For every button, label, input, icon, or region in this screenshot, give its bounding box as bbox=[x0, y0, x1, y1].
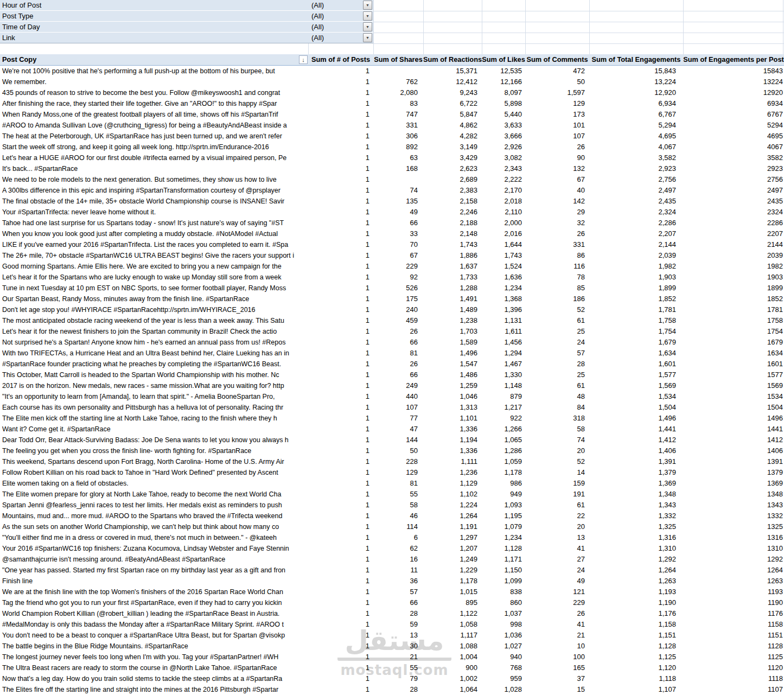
sum-of-shares-cell[interactable]: 55 bbox=[373, 662, 423, 673]
sum-of-likes-cell[interactable]: 1,636 bbox=[482, 272, 525, 283]
sum-of-reactions-cell[interactable]: 4,282 bbox=[423, 131, 482, 142]
filter-value[interactable]: (All) bbox=[311, 22, 361, 32]
sum-of-reactions-cell[interactable]: 2,689 bbox=[423, 174, 482, 185]
sum-of-total-engagements-cell[interactable]: 1,263 bbox=[589, 576, 683, 586]
sum-of-engagements-per-post-cell[interactable]: 1343 bbox=[683, 500, 784, 511]
sum-of-likes-cell[interactable]: 1,644 bbox=[482, 239, 525, 250]
sum-of-engagements-per-post-cell[interactable]: 1406 bbox=[683, 445, 784, 456]
post-copy-cell[interactable]: #AROO to Amanda Sullivan Love (@cruthcin… bbox=[0, 120, 308, 131]
sum-of-posts-cell[interactable]: 1 bbox=[308, 662, 373, 673]
sum-of-total-engagements-cell[interactable]: 12,920 bbox=[589, 87, 683, 98]
column-header-sum-of-posts[interactable]: Sum of # of Posts bbox=[308, 54, 373, 65]
sum-of-reactions-cell[interactable]: 3,149 bbox=[423, 142, 482, 152]
sum-of-posts-cell[interactable]: 1 bbox=[308, 294, 373, 304]
sum-of-reactions-cell[interactable]: 3,429 bbox=[423, 152, 482, 163]
post-copy-cell[interactable]: LIKE if you've earned your 2016 #Spartan… bbox=[0, 239, 308, 250]
sum-of-total-engagements-cell[interactable]: 1,534 bbox=[589, 391, 683, 402]
filter-value[interactable]: (All) bbox=[311, 11, 361, 21]
sum-of-comments-cell[interactable]: 121 bbox=[525, 586, 589, 597]
sum-of-engagements-per-post-cell[interactable]: 1577 bbox=[683, 369, 784, 380]
sum-of-engagements-per-post-cell[interactable]: 12920 bbox=[683, 87, 784, 98]
sum-of-posts-cell[interactable]: 1 bbox=[308, 87, 373, 98]
post-copy-cell[interactable]: 435 pounds of reason to strive to become… bbox=[0, 87, 308, 98]
sum-of-posts-cell[interactable]: 1 bbox=[308, 500, 373, 511]
sum-of-posts-cell[interactable]: 1 bbox=[308, 576, 373, 586]
sum-of-shares-cell[interactable]: 66 bbox=[373, 337, 423, 348]
sum-of-likes-cell[interactable]: 12,535 bbox=[482, 66, 525, 76]
sum-of-engagements-per-post-cell[interactable]: 1151 bbox=[683, 630, 784, 641]
sum-of-engagements-per-post-cell[interactable]: 1190 bbox=[683, 597, 784, 608]
sum-of-comments-cell[interactable]: 142 bbox=[525, 196, 589, 207]
sum-of-posts-cell[interactable]: 1 bbox=[308, 369, 373, 380]
sum-of-reactions-cell[interactable]: 5,847 bbox=[423, 109, 482, 120]
post-copy-cell[interactable]: Good morning Spartans. Amie Ellis here. … bbox=[0, 261, 308, 272]
sum-of-posts-cell[interactable]: 1 bbox=[308, 652, 373, 662]
post-copy-cell[interactable]: We're not 100% positive that he's perfor… bbox=[0, 66, 308, 76]
sum-of-total-engagements-cell[interactable]: 1,369 bbox=[589, 478, 683, 489]
sum-of-likes-cell[interactable]: 1,524 bbox=[482, 261, 525, 272]
sum-of-total-engagements-cell[interactable]: 1,292 bbox=[589, 554, 683, 565]
sum-of-likes-cell[interactable]: 1,195 bbox=[482, 511, 525, 521]
sum-of-reactions-cell[interactable]: 1,207 bbox=[423, 543, 482, 554]
filter-value[interactable]: (All) bbox=[311, 0, 361, 10]
sum-of-comments-cell[interactable]: 101 bbox=[525, 120, 589, 131]
sum-of-total-engagements-cell[interactable]: 1,151 bbox=[589, 630, 683, 641]
sum-of-total-engagements-cell[interactable]: 2,756 bbox=[589, 174, 683, 185]
sum-of-total-engagements-cell[interactable]: 1,125 bbox=[589, 652, 683, 662]
sum-of-shares-cell[interactable]: 92 bbox=[373, 272, 423, 283]
sum-of-shares-cell[interactable]: 77 bbox=[373, 413, 423, 424]
sum-of-likes-cell[interactable]: 1,027 bbox=[482, 641, 525, 652]
sum-of-engagements-per-post-cell[interactable]: 1412 bbox=[683, 435, 784, 445]
sum-of-posts-cell[interactable]: 1 bbox=[308, 630, 373, 641]
column-header-sum-of-total-engagements[interactable]: Sum of Total Engagements bbox=[589, 54, 683, 65]
sum-of-reactions-cell[interactable]: 1,491 bbox=[423, 294, 482, 304]
sum-of-shares-cell[interactable]: 83 bbox=[373, 98, 423, 109]
sum-of-posts-cell[interactable]: 1 bbox=[308, 424, 373, 435]
sum-of-shares-cell[interactable]: 306 bbox=[373, 131, 423, 142]
sum-of-engagements-per-post-cell[interactable]: 2756 bbox=[683, 174, 784, 185]
post-copy-cell[interactable]: Want it? Come get it. #SpartanRace bbox=[0, 424, 308, 435]
sum-of-comments-cell[interactable]: 28 bbox=[525, 359, 589, 369]
sum-of-reactions-cell[interactable]: 900 bbox=[423, 662, 482, 673]
column-header-sum-of-comments[interactable]: Sum of Comments bbox=[525, 54, 589, 65]
sum-of-shares-cell[interactable]: 66 bbox=[373, 218, 423, 228]
sum-of-total-engagements-cell[interactable]: 1,577 bbox=[589, 369, 683, 380]
sum-of-engagements-per-post-cell[interactable]: 1496 bbox=[683, 413, 784, 424]
sum-of-reactions-cell[interactable]: 1,703 bbox=[423, 326, 482, 337]
sum-of-total-engagements-cell[interactable]: 1,406 bbox=[589, 445, 683, 456]
post-copy-cell[interactable]: With two TRIFECTAs, a Hurricane Heat and… bbox=[0, 348, 308, 359]
sum-of-likes-cell[interactable]: 1,079 bbox=[482, 521, 525, 532]
sum-of-posts-cell[interactable]: 1 bbox=[308, 511, 373, 521]
sum-of-comments-cell[interactable]: 472 bbox=[525, 66, 589, 76]
sum-of-posts-cell[interactable]: 1 bbox=[308, 142, 373, 152]
sum-of-engagements-per-post-cell[interactable]: 1758 bbox=[683, 315, 784, 326]
sum-of-shares-cell[interactable]: 59 bbox=[373, 619, 423, 630]
sum-of-likes-cell[interactable]: 1,217 bbox=[482, 402, 525, 413]
sum-of-posts-cell[interactable]: 1 bbox=[308, 120, 373, 131]
sum-of-likes-cell[interactable]: 1,150 bbox=[482, 565, 525, 576]
post-copy-cell[interactable]: Let's hear it for the newest finishers t… bbox=[0, 326, 308, 337]
sum-of-posts-cell[interactable]: 1 bbox=[308, 641, 373, 652]
sum-of-reactions-cell[interactable]: 1,015 bbox=[423, 586, 482, 597]
sum-of-shares-cell[interactable] bbox=[373, 174, 423, 185]
sum-of-shares-cell[interactable]: 62 bbox=[373, 543, 423, 554]
sum-of-reactions-cell[interactable]: 1,004 bbox=[423, 652, 482, 662]
post-copy-cell[interactable]: "One year has passed. Started my first S… bbox=[0, 565, 308, 576]
sum-of-engagements-per-post-cell[interactable]: 1903 bbox=[683, 272, 784, 283]
sum-of-reactions-cell[interactable]: 895 bbox=[423, 597, 482, 608]
sum-of-likes-cell[interactable]: 1,234 bbox=[482, 532, 525, 543]
sum-of-comments-cell[interactable]: 50 bbox=[525, 76, 589, 87]
sum-of-posts-cell[interactable]: 1 bbox=[308, 543, 373, 554]
sum-of-total-engagements-cell[interactable]: 1,190 bbox=[589, 597, 683, 608]
sum-of-total-engagements-cell[interactable]: 1,193 bbox=[589, 586, 683, 597]
sum-of-total-engagements-cell[interactable]: 2,497 bbox=[589, 185, 683, 196]
sum-of-shares-cell[interactable]: 36 bbox=[373, 576, 423, 586]
sum-of-total-engagements-cell[interactable]: 1,264 bbox=[589, 565, 683, 576]
sum-of-reactions-cell[interactable]: 1,194 bbox=[423, 435, 482, 445]
sum-of-total-engagements-cell[interactable]: 1,441 bbox=[589, 424, 683, 435]
post-copy-cell[interactable]: Not surprised he's a Spartan! Anyone kno… bbox=[0, 337, 308, 348]
sum-of-shares-cell[interactable]: 79 bbox=[373, 673, 423, 684]
sum-of-likes-cell[interactable]: 1,148 bbox=[482, 380, 525, 391]
sum-of-posts-cell[interactable]: 1 bbox=[308, 174, 373, 185]
sum-of-reactions-cell[interactable]: 1,547 bbox=[423, 359, 482, 369]
